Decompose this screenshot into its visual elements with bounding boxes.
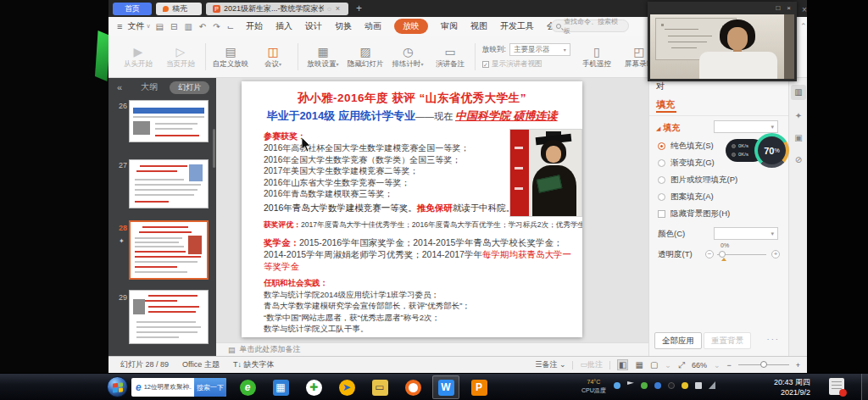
tab-document[interactable]: P 2021级新生家...-数统学院家长会 ◌ × — [206, 3, 348, 15]
slides-tab[interactable]: 幻灯片 — [170, 81, 209, 94]
menu-file[interactable]: 文件 — [127, 20, 144, 32]
presenter-view-checkbox[interactable]: ✓ — [482, 61, 489, 68]
fill-section-header[interactable]: ◢填充 — [656, 122, 680, 134]
menu-animation[interactable]: 动画 — [364, 20, 381, 32]
format-painter-icon[interactable]: ⌙ — [227, 22, 234, 31]
slider-plus-button[interactable]: + — [771, 250, 780, 258]
tray-icon-green[interactable] — [641, 382, 648, 389]
preview-icon[interactable]: ▥ — [184, 22, 192, 31]
hamburger-icon[interactable]: ≡ — [117, 21, 122, 31]
start-button[interactable] — [107, 376, 128, 397]
tab-home[interactable]: 首页 — [113, 3, 152, 15]
normal-view-icon[interactable]: ◧ — [617, 359, 628, 370]
fill-tab[interactable]: 填充 — [656, 98, 675, 111]
taskbar-messenger[interactable]: ➤ — [333, 375, 360, 399]
ribbon-from-current[interactable]: ▷当页开始 — [159, 44, 202, 69]
menu-start[interactable]: 开始 — [246, 20, 263, 32]
outline-tab[interactable]: 大纲 — [141, 81, 158, 93]
overlay-collapse-icon[interactable]: ⌃ — [800, 22, 807, 31]
comments-toggle[interactable]: ▭批注 — [580, 359, 603, 370]
option-solid-fill[interactable]: 纯色填充(S) — [658, 141, 714, 152]
tray-flag-icon[interactable] — [627, 381, 634, 389]
slider-minus-button[interactable]: − — [705, 250, 714, 258]
zoom-in-button[interactable]: + — [796, 361, 800, 369]
taskbar-search-button[interactable]: 搜索一下 — [194, 378, 226, 397]
sorter-view-icon[interactable]: ▦ — [635, 360, 643, 369]
ribbon-hide-slide[interactable]: ▨隐藏幻灯片 — [344, 44, 387, 69]
color-select[interactable]: ▾ — [714, 227, 778, 240]
slide-thumbnail-26[interactable] — [129, 100, 209, 142]
tray-icon-blue[interactable] — [614, 382, 620, 389]
option-hide-background[interactable]: 隐藏背景图形(H) — [658, 208, 730, 219]
collapse-panel-icon[interactable]: « — [117, 82, 122, 92]
option-gradient-fill[interactable]: 渐变填充(G) — [658, 158, 715, 169]
menu-transition[interactable]: 切换 — [335, 20, 352, 32]
show-desktop-button[interactable] — [861, 374, 868, 400]
new-tab-button[interactable]: + — [356, 3, 362, 14]
properties-strip-icon[interactable]: ▥ — [791, 85, 806, 100]
taskbar-clock[interactable]: 20:43 周四 2021/9/2 — [774, 377, 810, 397]
taskbar-search-widget[interactable]: e 12位明星欢聚神... 搜索一下 — [131, 378, 226, 397]
option-picture-fill[interactable]: 图片或纹理填充(P) — [658, 175, 737, 186]
tab-close-icon[interactable]: × — [336, 4, 340, 13]
overlay-close-icon[interactable]: × — [802, 5, 807, 14]
notes-toggle[interactable]: ☰备注 ⌄ — [535, 359, 565, 370]
ribbon-rehearse-timing[interactable]: ◷排练计时▾ — [387, 44, 429, 69]
close-icon[interactable]: × — [787, 4, 791, 12]
notification-icon[interactable] — [829, 378, 844, 395]
display-select[interactable]: 主要显示器▾ — [509, 43, 570, 56]
theme-indicator[interactable]: Office 主题 — [182, 359, 220, 370]
ribbon-custom-show[interactable]: ▤自定义放映 — [209, 44, 252, 69]
ribbon-meeting[interactable]: ◫会议▾ — [252, 44, 294, 69]
maximize-icon[interactable]: □ — [776, 4, 780, 12]
fill-preset-select[interactable]: ▾ — [714, 120, 778, 133]
volume-icon[interactable] — [695, 382, 702, 389]
taskbar-security-tool[interactable]: ✚ — [300, 375, 327, 399]
network-signal-icon[interactable] — [709, 381, 715, 389]
tray-eye-icon[interactable] — [682, 382, 688, 389]
taskbar-media-player[interactable]: ▦ — [267, 375, 294, 399]
print-icon[interactable]: ⊟ — [170, 22, 177, 31]
missing-font-indicator[interactable]: T↓ 缺失字体 — [233, 359, 275, 370]
slide-thumbnail-27[interactable] — [129, 159, 209, 208]
taskbar-browser-green[interactable]: e — [234, 375, 261, 399]
menu-slideshow-active[interactable]: 放映 — [394, 19, 428, 34]
tray-icon-dark[interactable] — [668, 382, 675, 389]
thumbnail-scrollbar[interactable] — [213, 129, 215, 168]
video-call-window[interactable]: □ × — [648, 2, 797, 81]
slide-28[interactable]: 孙小雅-2016年度 获评 “山东省优秀大学生” 毕业于2014级 应用统计学专… — [242, 81, 582, 337]
tab-docer[interactable]: 稿壳 — [156, 3, 202, 15]
notes-bar[interactable]: ▤ 单击此处添加备注 — [216, 342, 648, 356]
zoom-caret-icon[interactable]: ⌄ — [714, 361, 721, 369]
menu-insert[interactable]: 插入 — [275, 20, 292, 32]
zoom-level[interactable]: 66% — [692, 361, 707, 369]
ribbon-from-beginning[interactable]: ▶从头开始 — [117, 44, 159, 69]
layout-strip-icon[interactable]: ▣ — [791, 131, 806, 146]
fit-slide-icon[interactable]: ⤢ — [678, 360, 685, 370]
transparency-slider[interactable]: − 0% + — [705, 248, 780, 260]
accelerator-gauge[interactable]: 70% — [754, 133, 789, 168]
beautify-strip-icon[interactable]: ✦ — [791, 108, 806, 124]
taskbar-orange-app[interactable] — [399, 375, 426, 399]
save-icon[interactable]: ▤ — [156, 22, 164, 31]
menu-review[interactable]: 审阅 — [441, 20, 458, 32]
taskbar-media-folder[interactable]: ▭ — [366, 375, 393, 399]
zoom-slider[interactable] — [738, 364, 789, 365]
cpu-temperature[interactable]: 74°C CPU温度 — [581, 378, 606, 395]
command-search-input[interactable]: 查找命令、搜索模板 — [551, 19, 629, 32]
menu-devtools[interactable]: 开发工具 — [500, 20, 534, 32]
reset-background-button[interactable]: 重置背景 — [704, 332, 751, 349]
taskbar-wps-active[interactable]: W — [432, 375, 459, 399]
slide-thumbnail-28-selected[interactable] — [129, 220, 209, 280]
ribbon-speaker-notes[interactable]: ▭演讲备注 — [429, 44, 471, 69]
slide-thumbnail-29[interactable] — [129, 290, 209, 344]
menu-view[interactable]: 视图 — [470, 20, 487, 32]
menu-design[interactable]: 设计 — [305, 20, 322, 32]
bluetooth-icon[interactable] — [654, 382, 661, 389]
apply-all-button[interactable]: 全部应用 — [654, 332, 702, 349]
reading-view-icon[interactable]: ▢ — [650, 360, 658, 369]
option-pattern-fill[interactable]: 图案填充(A) — [658, 192, 714, 203]
zoom-out-button[interactable]: − — [726, 361, 731, 369]
ribbon-show-settings[interactable]: ▦放映设置▾ — [302, 44, 344, 69]
more-options[interactable]: ··· — [767, 334, 781, 343]
